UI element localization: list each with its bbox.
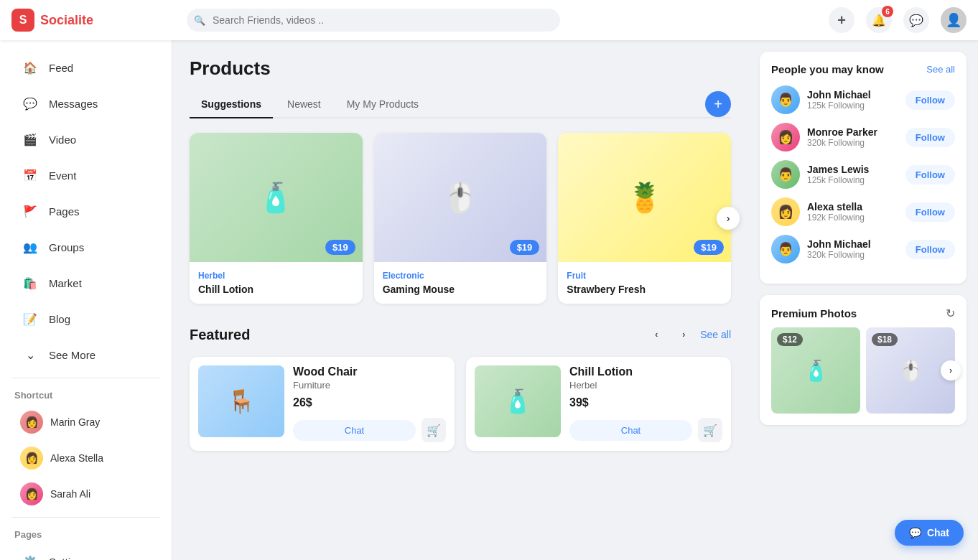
people-see-all[interactable]: See all [926, 64, 955, 75]
product-img-wrap-2: 🍍 $19 [558, 133, 731, 262]
person-row-2: 👨 James Lewis 125k Following Follow [771, 160, 955, 189]
featured-category-1: Herbel [569, 380, 722, 391]
shortcut-user-sarah[interactable]: 👩 Sarah Ali [6, 477, 166, 511]
person-followers-2: 125k Following [807, 175, 898, 185]
premium-panel-header: Premium Photos ↻ [771, 307, 955, 320]
featured-card-0[interactable]: 🪑 Wood Chair Furniture 26$ Chat 🛒 [190, 357, 455, 451]
sidebar: 🏠 Feed 💬 Messages 🎬 Video 📅 Event 🚩 Page… [0, 40, 172, 560]
person-row-4: 👨 John Michael 320k Following Follow [771, 235, 955, 263]
sidebar-item-messages[interactable]: 💬 Messages [6, 86, 166, 121]
product-info-2: Fruit Strawbery Fresh [558, 262, 731, 304]
video-icon: 🎬 [20, 129, 40, 149]
main-content: Products Suggestions Newest My My Produc… [172, 40, 748, 560]
person-avatar-4: 👨 [771, 235, 800, 263]
product-info-1: Electronic Gaming Mouse [374, 262, 547, 304]
add-button[interactable]: + [829, 7, 854, 33]
featured-cart-button-1[interactable]: 🛒 [698, 418, 722, 442]
groups-icon: 👥 [20, 237, 40, 257]
sidebar-item-pages[interactable]: 🚩 Pages [6, 194, 166, 228]
tab-suggestions[interactable]: Suggestions [190, 91, 273, 118]
sidebar-item-video[interactable]: 🎬 Video [6, 122, 166, 157]
person-info-4: John Michael 320k Following [807, 238, 898, 260]
photos-strip: 🧴 $12 🖱️ $18 › [771, 327, 955, 414]
notifications-button[interactable]: 🔔 6 [866, 7, 892, 33]
person-avatar-2: 👨 [771, 160, 800, 189]
featured-cart-button-0[interactable]: 🛒 [422, 418, 446, 442]
premium-refresh-button[interactable]: ↻ [946, 307, 955, 320]
brand-logo[interactable]: S Socialite [11, 9, 169, 32]
shortcut-avatar-marin: 👩 [20, 411, 43, 434]
person-name-0: John Michael [807, 89, 898, 101]
shortcut-section-label: Shortcut [0, 384, 172, 403]
page-title: Products [190, 57, 731, 80]
sidebar-item-label-feed: Feed [49, 62, 73, 74]
product-card-1[interactable]: 🖱️ $19 Electronic Gaming Mouse [374, 133, 547, 304]
follow-button-4[interactable]: Follow [905, 240, 955, 259]
notification-badge: 6 [882, 6, 893, 17]
premium-photo-0[interactable]: 🧴 $12 [771, 327, 860, 414]
shortcut-user-alexa[interactable]: 👩 Alexa Stella [6, 441, 166, 475]
chat-bubble[interactable]: 💬 Chat [895, 520, 964, 546]
person-row-1: 👩 Monroe Parker 320k Following Follow [771, 123, 955, 151]
chat-bubble-icon: 💬 [909, 527, 921, 538]
tab-newest[interactable]: Newest [276, 91, 332, 118]
sidebar-item-see-more[interactable]: ⌄ See More [6, 337, 166, 372]
follow-button-3[interactable]: Follow [905, 202, 955, 222]
follow-button-2[interactable]: Follow [905, 165, 955, 185]
featured-chat-button-0[interactable]: Chat [293, 420, 416, 441]
chat-bubble-label: Chat [927, 527, 949, 538]
product-price-2: $19 [694, 240, 724, 255]
search-input[interactable] [187, 9, 560, 32]
add-product-button[interactable]: + [705, 91, 731, 117]
product-price-1: $19 [510, 240, 540, 255]
photos-next-button[interactable]: › [941, 360, 961, 381]
blog-icon: 📝 [20, 309, 40, 329]
event-icon: 📅 [20, 165, 40, 185]
right-panel: People you may know See all 👨 John Micha… [748, 40, 978, 560]
featured-actions-1: Chat 🛒 [569, 418, 722, 442]
shortcut-name-alexa: Alexa Stella [50, 452, 103, 464]
sidebar-item-label-pages: Pages [49, 205, 80, 218]
featured-price-0: 26$ [293, 396, 446, 409]
pages-section-label: Pages [0, 523, 172, 543]
person-avatar-0: 👨 [771, 85, 800, 114]
premium-price-0: $12 [777, 333, 803, 346]
people-panel-header: People you may know See all [771, 63, 955, 75]
user-avatar-nav[interactable]: 👤 [941, 7, 967, 33]
product-card-2[interactable]: 🍍 $19 Fruit Strawbery Fresh [558, 133, 731, 304]
sidebar-item-feed[interactable]: 🏠 Feed [6, 50, 166, 85]
person-followers-3: 192k Following [807, 213, 898, 223]
sidebar-item-label-video: Video [49, 134, 76, 146]
featured-chat-button-1[interactable]: Chat [569, 420, 692, 441]
pages-icon: 🚩 [20, 201, 40, 221]
sidebar-item-event[interactable]: 📅 Event [6, 158, 166, 192]
market-icon: 🛍️ [20, 273, 40, 293]
products-next-button[interactable]: › [717, 207, 740, 230]
person-row-3: 👩 Alexa stella 192k Following Follow [771, 197, 955, 226]
follow-button-1[interactable]: Follow [905, 128, 955, 147]
featured-see-all[interactable]: See all [700, 329, 731, 340]
top-nav: S Socialite + 🔔 6 💬 👤 [0, 0, 978, 40]
sidebar-item-groups[interactable]: 👥 Groups [6, 230, 166, 264]
search-bar [187, 9, 560, 32]
sidebar-divider-2 [11, 517, 160, 518]
nav-actions: + 🔔 6 💬 👤 [829, 7, 967, 33]
sidebar-item-market[interactable]: 🛍️ Market [6, 266, 166, 300]
tab-my-products[interactable]: My My Products [335, 91, 430, 118]
sidebar-item-setting[interactable]: ⚙️ Setting [6, 544, 166, 560]
featured-prev-button[interactable]: ‹ [646, 324, 667, 345]
shortcut-user-marin[interactable]: 👩 Marin Gray [6, 405, 166, 439]
sidebar-item-blog[interactable]: 📝 Blog [6, 302, 166, 336]
people-panel: People you may know See all 👨 John Micha… [760, 52, 967, 284]
featured-card-1[interactable]: 🧴 Chill Lotion Herbel 39$ Chat 🛒 [466, 357, 731, 451]
product-card-0[interactable]: 🧴 $19 Herbel Chill Lotion [190, 133, 363, 304]
featured-next-button[interactable]: › [673, 324, 694, 345]
sidebar-item-label-see-more: See More [49, 349, 96, 361]
featured-name-0: Wood Chair [293, 365, 446, 378]
chat-nav-button[interactable]: 💬 [903, 7, 929, 33]
follow-button-0[interactable]: Follow [905, 90, 955, 110]
person-avatar-3: 👩 [771, 197, 800, 226]
sidebar-item-label-groups: Groups [49, 241, 84, 253]
messages-icon: 💬 [20, 93, 40, 113]
product-tabs: Suggestions Newest My My Products + [190, 91, 731, 118]
